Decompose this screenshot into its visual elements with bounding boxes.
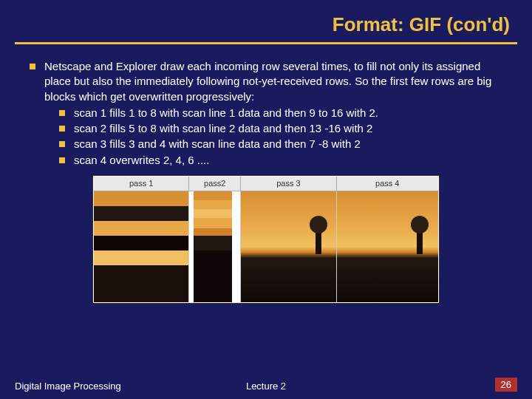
sub-bullet-list: scan 1 fills 1 to 8 with scan line 1 dat…: [59, 106, 502, 168]
sub-bullet: scan 2 fills 5 to 8 with scan line 2 dat…: [59, 121, 502, 136]
title-area: Format: GIF (con'd): [0, 0, 532, 42]
sub-bullet-text: scan 4 overwrites 2, 4, 6 ....: [74, 153, 502, 168]
sub-bullet-text: scan 2 fills 5 to 8 with scan line 2 dat…: [74, 121, 502, 136]
bullet-icon: [59, 110, 65, 116]
interlace-figure: pass 1 pass2 pass 3 pass 4: [92, 175, 440, 304]
sub-bullet-text: scan 1 fills 1 to 8 with scan line 1 dat…: [74, 106, 502, 120]
pass-label-2: pass2: [189, 177, 241, 191]
sub-bullet: scan 4 overwrites 2, 4, 6 ....: [59, 153, 502, 168]
bullet-icon: [59, 126, 65, 132]
pass-label-3: pass 3: [241, 177, 336, 191]
sub-bullet-text: scan 3 fills 3 and 4 with scan line data…: [74, 137, 502, 151]
footer-center: Lecture 2: [246, 381, 286, 392]
content-area: Netscape and Explorer draw each incoming…: [0, 59, 532, 304]
bullet-icon: [59, 141, 65, 147]
pass-label-4: pass 4: [337, 177, 438, 191]
sub-bullet: scan 3 fills 3 and 4 with scan line data…: [59, 137, 502, 151]
slide-title: Format: GIF (con'd): [22, 13, 510, 36]
footer: Digital Image Processing Lecture 2 26: [0, 378, 532, 392]
main-bullet-text: Netscape and Explorer draw each incoming…: [44, 59, 502, 104]
pass-image-3: [241, 191, 336, 302]
pass-image-row: [94, 191, 438, 302]
pass-image-4: [337, 191, 438, 302]
main-bullet: Netscape and Explorer draw each incoming…: [30, 59, 502, 104]
pass-image-2: [189, 191, 241, 302]
bullet-icon: [59, 157, 65, 163]
footer-left: Digital Image Processing: [15, 381, 121, 392]
sub-bullet: scan 1 fills 1 to 8 with scan line 1 dat…: [59, 106, 502, 120]
pass-label-row: pass 1 pass2 pass 3 pass 4: [94, 177, 438, 191]
slide-number: 26: [495, 378, 517, 392]
pass-label-1: pass 1: [94, 177, 189, 191]
title-divider: [15, 42, 517, 44]
bullet-icon: [30, 64, 35, 69]
pass-image-1: [94, 191, 189, 302]
